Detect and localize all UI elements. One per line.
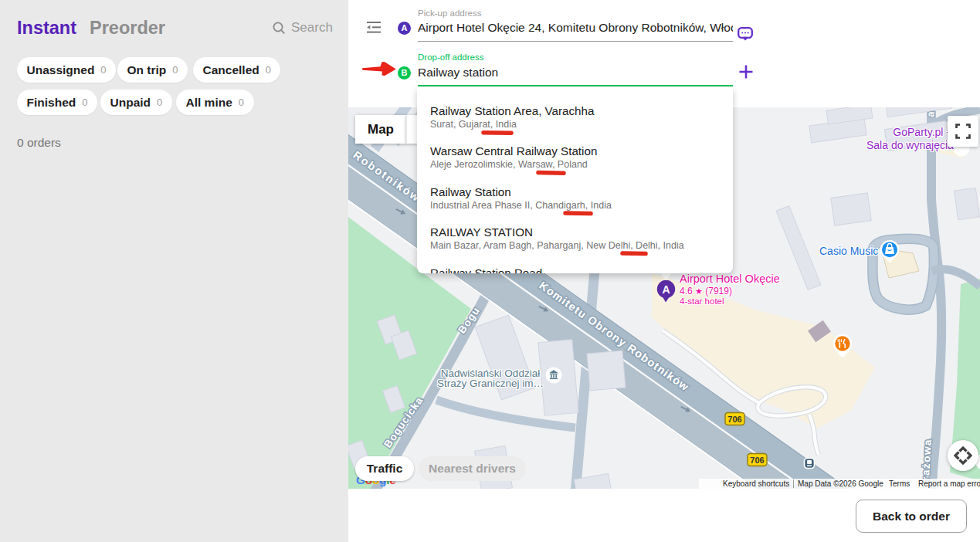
svg-text:rażowa: rażowa: [920, 439, 934, 481]
svg-text:706: 706: [727, 415, 741, 424]
svg-text:A: A: [662, 283, 670, 296]
svg-text:706: 706: [750, 456, 764, 465]
